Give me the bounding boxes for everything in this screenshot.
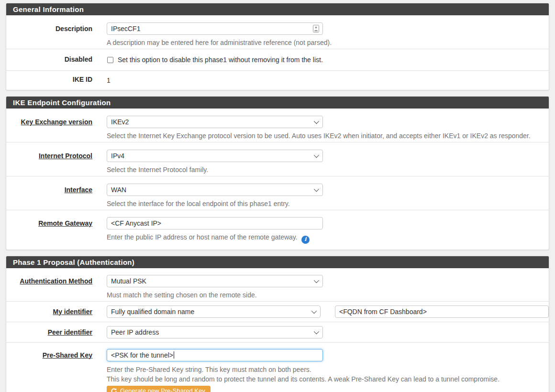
row-description: Description A description may be entered… bbox=[6, 15, 549, 49]
ike-id-value: 1 bbox=[107, 76, 549, 85]
interface-label: Interface bbox=[6, 184, 92, 194]
row-pre-shared-key: Pre-Shared Key <PSK for the tunnel> Ente… bbox=[6, 342, 549, 392]
peer-identifier-select[interactable]: Peer IP address bbox=[107, 326, 323, 338]
pre-shared-key-help: Enter the Pre-Shared Key string. This ke… bbox=[107, 365, 549, 374]
internet-protocol-help: Select the Internet Protocol family. bbox=[107, 165, 549, 174]
generate-psk-button[interactable]: Generate new Pre-Shared Key bbox=[107, 386, 211, 392]
row-disabled: Disabled Set this option to disable this… bbox=[6, 49, 549, 70]
section-title-ike-endpoint-configuration: IKE Endpoint Configuration bbox=[6, 97, 549, 109]
row-ike-id: IKE ID 1 bbox=[6, 70, 549, 90]
pre-shared-key-help2: This key should be long and random to pr… bbox=[107, 374, 549, 384]
key-exchange-version-select[interactable]: IKEv2 bbox=[107, 116, 323, 128]
chevron-down-icon bbox=[311, 308, 317, 313]
row-peer-identifier: Peer identifier Peer IP address bbox=[6, 322, 549, 342]
section-title-general-information: General Information bbox=[6, 3, 549, 15]
my-identifier-label: My identifier bbox=[6, 305, 92, 316]
key-exchange-version-help: Select the Internet Key Exchange protoco… bbox=[107, 131, 549, 141]
interface-value: WAN bbox=[111, 186, 314, 194]
key-exchange-version-label: Key Exchange version bbox=[6, 116, 92, 126]
ike-id-label: IKE ID bbox=[6, 76, 92, 83]
pre-shared-key-label: Pre-Shared Key bbox=[6, 349, 92, 359]
pre-shared-key-input[interactable]: <PSK for the tunnel> bbox=[107, 349, 323, 361]
row-internet-protocol: Internet Protocol IPv4 Select the Intern… bbox=[6, 142, 549, 176]
chevron-down-icon bbox=[314, 152, 319, 158]
disabled-checkbox-text: Set this option to disable this phase1 w… bbox=[118, 55, 323, 65]
pre-shared-key-value: <PSK for the tunnel> bbox=[111, 351, 173, 359]
chevron-down-icon bbox=[314, 328, 319, 334]
internet-protocol-label: Internet Protocol bbox=[6, 150, 92, 160]
description-input[interactable] bbox=[107, 22, 323, 35]
peer-identifier-label: Peer identifier bbox=[6, 326, 92, 336]
row-remote-gateway: Remote Gateway Enter the public IP addre… bbox=[6, 210, 549, 250]
panel-ike-endpoint-configuration: IKE Endpoint Configuration Key Exchange … bbox=[6, 96, 549, 250]
peer-identifier-value: Peer IP address bbox=[111, 328, 314, 336]
interface-select[interactable]: WAN bbox=[107, 184, 323, 196]
remote-gateway-input[interactable] bbox=[107, 217, 323, 229]
disabled-label: Disabled bbox=[6, 55, 92, 63]
description-help: A description may be entered here for ad… bbox=[107, 38, 549, 47]
row-interface: Interface WAN Select the interface for t… bbox=[6, 176, 549, 210]
internet-protocol-select[interactable]: IPv4 bbox=[107, 150, 323, 162]
description-label: Description bbox=[6, 22, 92, 33]
disabled-checkbox[interactable] bbox=[107, 57, 113, 63]
remote-gateway-help: Enter the public IP address or host name… bbox=[107, 233, 298, 241]
row-authentication-method: Authentication Method Mutual PSK Must ma… bbox=[6, 268, 549, 301]
refresh-icon bbox=[111, 388, 117, 392]
text-cursor bbox=[174, 351, 174, 359]
my-identifier-select[interactable]: Fully qualified domain name bbox=[107, 305, 321, 318]
key-exchange-version-value: IKEv2 bbox=[111, 118, 314, 126]
chevron-down-icon bbox=[314, 186, 319, 192]
authentication-method-select[interactable]: Mutual PSK bbox=[107, 275, 323, 287]
page: General Information Description A descri… bbox=[0, 0, 555, 392]
panel-general-information: General Information Description A descri… bbox=[6, 3, 549, 90]
chevron-down-icon bbox=[314, 277, 319, 283]
autofill-icon[interactable] bbox=[313, 25, 319, 33]
info-icon[interactable]: i bbox=[301, 236, 310, 244]
my-identifier-value: Fully qualified domain name bbox=[111, 308, 311, 316]
authentication-method-value: Mutual PSK bbox=[111, 277, 314, 285]
interface-help: Select the interface for the local endpo… bbox=[107, 199, 549, 208]
remote-gateway-label: Remote Gateway bbox=[6, 217, 92, 227]
generate-psk-button-label: Generate new Pre-Shared Key bbox=[120, 387, 205, 392]
internet-protocol-value: IPv4 bbox=[111, 152, 314, 160]
row-my-identifier: My identifier Fully qualified domain nam… bbox=[6, 301, 549, 322]
chevron-down-icon bbox=[314, 119, 319, 124]
authentication-method-label: Authentication Method bbox=[6, 275, 92, 285]
row-key-exchange-version: Key Exchange version IKEv2 Select the In… bbox=[6, 109, 549, 142]
section-title-phase1-proposal: Phase 1 Proposal (Authentication) bbox=[6, 256, 549, 268]
authentication-method-help: Must match the setting chosen on the rem… bbox=[107, 290, 549, 300]
panel-phase1-proposal-authentication: Phase 1 Proposal (Authentication) Authen… bbox=[6, 256, 549, 392]
my-identifier-data-input[interactable] bbox=[335, 305, 549, 318]
